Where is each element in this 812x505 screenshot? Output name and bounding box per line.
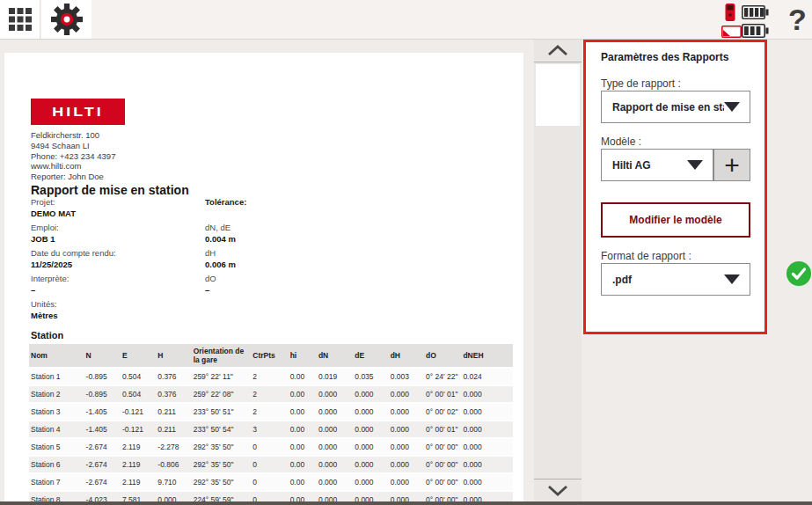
detail-label: dH: [205, 248, 337, 258]
table-cell: Station 7: [29, 473, 84, 491]
table-cell: 292° 35' 50": [192, 456, 252, 473]
panel-title: Paramètres des Rapports: [601, 51, 728, 63]
table-cell: 292° 35' 50": [192, 473, 252, 491]
column-header: CtrPts: [251, 344, 288, 368]
column-header: dH: [389, 344, 424, 368]
table-cell: 0.000: [353, 473, 388, 491]
caret-down-icon: [687, 160, 703, 170]
table-cell: 0° 00' 00": [424, 438, 461, 456]
scrollbar-thumb[interactable]: [536, 64, 580, 126]
table-cell: 2.119: [121, 473, 156, 491]
table-cell: 0° 00' 00": [424, 473, 461, 491]
table-header-row: NomNEHOrientation de la gareCtrPtshidNdE…: [29, 344, 513, 368]
table-cell: Station 2: [29, 385, 84, 403]
table-cell: 0.035: [353, 368, 388, 385]
table-cell: 2: [251, 403, 288, 421]
table-cell: 0: [251, 438, 288, 456]
table-cell: 0.000: [317, 421, 353, 438]
address-line: Phone: +423 234 4397: [31, 151, 115, 162]
table-cell: 0.00: [289, 368, 317, 385]
table-cell: -0.806: [156, 456, 191, 473]
template-value: Hilti AG: [602, 159, 687, 172]
table-row: Station 2-0.8950.5040.376259° 22' 08"20.…: [29, 385, 513, 403]
caret-down-icon: [724, 102, 740, 112]
settings-button[interactable]: [41, 0, 91, 39]
report-type-label: Type de rapport :: [601, 77, 681, 90]
table-cell: 0.019: [317, 368, 353, 385]
check-circle-icon: [786, 260, 812, 287]
caret-down-icon: [724, 274, 740, 284]
column-header: dNEH: [461, 344, 513, 368]
table-cell: 0.211: [156, 403, 191, 421]
detail-pair: Interprète:–: [31, 274, 198, 299]
table-cell: 0.000: [389, 456, 424, 473]
column-header: hi: [289, 344, 317, 368]
table-cell: 0.504: [121, 368, 156, 385]
hilti-logo: HILTI: [31, 99, 125, 125]
hilti-logo-text: HILTI: [52, 104, 104, 120]
table-cell: -0.895: [84, 385, 121, 403]
table-cell: 0.00: [289, 473, 317, 491]
table-cell: 0.211: [156, 421, 191, 438]
table-cell: 0.000: [389, 473, 424, 491]
edit-template-button[interactable]: Modifier le modèle: [601, 202, 750, 238]
report-parameters-panel: Paramètres des Rapports Type de rapport …: [583, 40, 767, 334]
table-cell: 0.000: [317, 385, 353, 403]
chevron-down-icon: [547, 485, 568, 496]
scroll-up-button[interactable]: [534, 40, 582, 62]
column-header: dO: [424, 344, 461, 368]
battery-4-bars-icon: [742, 5, 769, 23]
table-cell: 0.00: [289, 456, 317, 473]
table-cell: 0.024: [461, 368, 513, 385]
remote-device-icon: [723, 3, 737, 26]
table-cell: 0.000: [461, 456, 513, 473]
table-cell: 0.000: [317, 456, 353, 473]
table-cell: 0.000: [389, 421, 424, 438]
detail-label: dO: [205, 274, 337, 283]
vertical-scrollbar[interactable]: [534, 40, 582, 505]
detail-label: Projet:: [31, 197, 198, 207]
column-header: E: [121, 344, 156, 368]
scroll-down-button[interactable]: [534, 479, 582, 501]
table-cell: 0° 00' 01": [424, 421, 461, 438]
detail-value: 0.006 m: [205, 260, 337, 269]
table-cell: 2.119: [121, 456, 156, 473]
report-format-dropdown[interactable]: .pdf: [601, 263, 750, 296]
table-cell: 0.000: [317, 438, 353, 456]
table-cell: 259° 22' 11": [192, 368, 252, 385]
table-cell: 0.00: [289, 385, 317, 403]
table-cell: Station 6: [29, 456, 84, 473]
tolerance-details-right: Tolérance:dN, dE0.004 mdH0.006 mdO–: [205, 197, 337, 299]
detail-value: DEMO MAT: [31, 209, 198, 218]
table-row: Station 7-2.6742.1199.710292° 35' 50"00.…: [29, 473, 513, 491]
detail-pair: dH0.006 m: [205, 248, 337, 274]
detail-pair: Tolérance:: [205, 197, 337, 223]
address-line: Feldkircherstr. 100: [31, 130, 115, 141]
template-dropdown[interactable]: Hilti AG: [601, 149, 713, 181]
top-bar: ?: [0, 0, 812, 40]
table-cell: 0.000: [353, 438, 388, 456]
report-type-dropdown[interactable]: Rapport de mise en stati: [601, 91, 750, 123]
detail-value: JOB 1: [31, 234, 198, 244]
table-cell: 0.000: [317, 473, 353, 491]
apps-menu-button[interactable]: [0, 0, 40, 39]
table-cell: 0° 24' 22": [424, 368, 461, 385]
table-cell: -1.405: [84, 421, 121, 438]
detail-pair: dN, dE0.004 m: [205, 223, 337, 248]
table-cell: -2.674: [84, 438, 121, 456]
table-cell: 0.000: [353, 421, 388, 438]
address-line: 9494 Schaan LI: [31, 141, 115, 151]
table-cell: 0.000: [353, 456, 388, 473]
table-cell: 233° 50' 51": [192, 403, 252, 421]
table-cell: -1.405: [84, 403, 121, 421]
table-cell: 0.000: [461, 385, 513, 403]
add-template-button[interactable]: +: [713, 149, 750, 181]
table-row: Station 5-2.6742.119-2.278292° 35' 50"00…: [29, 438, 513, 456]
template-label: Modèle :: [601, 135, 641, 148]
detail-label: Unités:: [31, 299, 198, 309]
table-cell: 0.003: [389, 368, 424, 385]
table-cell: 0° 00' 00": [424, 456, 461, 473]
help-button[interactable]: ?: [783, 1, 812, 39]
table-cell: -0.121: [121, 403, 156, 421]
address-line: www.hilti.com: [31, 161, 115, 172]
